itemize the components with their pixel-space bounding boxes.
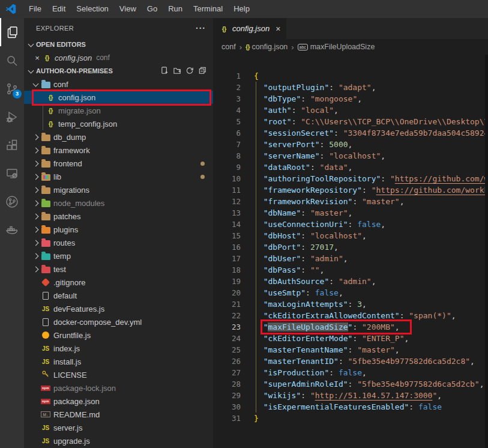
activity-source-control-icon[interactable]: 3 xyxy=(0,74,24,103)
menu-item-selection[interactable]: Selection xyxy=(71,0,113,18)
code-line[interactable]: 4 "auth": "local", xyxy=(213,104,488,116)
activity-extensions-icon[interactable] xyxy=(0,131,24,159)
collapse-all-icon[interactable] xyxy=(198,66,207,76)
link-text[interactable]: https://github.com/wo xyxy=(395,174,488,183)
chevron-spacer xyxy=(31,344,41,353)
code-line[interactable]: 11 "frameworkRepository": "https://githu… xyxy=(213,184,488,196)
open-editor-item[interactable]: × {} config.json conf xyxy=(24,51,213,64)
code-line[interactable]: 18 "dbPass": "", xyxy=(213,264,488,276)
code-line[interactable]: 30 "isExpermentialFeaturesEnabled": fals… xyxy=(213,401,488,413)
line-number: 12 xyxy=(213,196,250,207)
tree-item-migrate-json[interactable]: {}migrate.json xyxy=(24,104,213,117)
section-actions xyxy=(160,66,207,76)
code-line[interactable]: 3 "dbType": "mongoose", xyxy=(213,93,488,104)
code-line[interactable]: 23 "maxFileUploadSize": "200MB", xyxy=(213,321,488,333)
menu-item-edit[interactable]: Edit xyxy=(47,0,71,18)
code-line[interactable]: 17 "dbUser": "admin", xyxy=(213,253,488,264)
tab-config-json[interactable]: {} config.json × xyxy=(213,18,286,39)
code-line[interactable]: 28 "superAdminRoleId": "5fbe35e4b977582d… xyxy=(213,378,488,390)
activity-remote-explorer-icon[interactable] xyxy=(0,159,24,187)
activity-docker-icon[interactable] xyxy=(0,216,24,244)
editor-scrollbar[interactable] xyxy=(485,55,488,448)
tree-item-install-js[interactable]: JSinstall.js xyxy=(24,355,213,368)
code-line[interactable]: 8 "serverName": "localhost", xyxy=(213,150,488,162)
tree-item-patches[interactable]: patches xyxy=(24,210,213,223)
breadcrumb-item-config.json[interactable]: {}config.json xyxy=(246,43,288,51)
tree-item-gruntfile-js[interactable]: Gruntfile.js xyxy=(24,328,213,342)
tab-close-icon[interactable]: × xyxy=(276,24,280,34)
menu-item-help[interactable]: Help xyxy=(228,0,255,18)
tree-item-routes[interactable]: routes xyxy=(24,236,213,249)
code-line[interactable]: 31} xyxy=(213,413,488,424)
code-line[interactable]: 9 "dataRoot": "data", xyxy=(213,162,488,173)
activity-git-graph-icon[interactable] xyxy=(0,187,24,216)
code-line[interactable]: 20 "useSmtp": false, xyxy=(213,287,488,298)
code-line[interactable]: 24 "ckEditorEnterMode": "ENTER_P", xyxy=(213,333,488,344)
tree-item-license[interactable]: LICENSE xyxy=(24,368,213,381)
menu-item-go[interactable]: Go xyxy=(142,0,163,18)
tree-item-server-js[interactable]: JSserver.js xyxy=(24,421,213,434)
tree-item-migrations[interactable]: migrations xyxy=(24,183,213,196)
tree-item-node-modules[interactable]: node_modules xyxy=(24,196,213,210)
close-icon[interactable]: × xyxy=(32,53,42,62)
tree-item-plugins[interactable]: plugins xyxy=(24,223,213,236)
tree-item-conf[interactable]: conf xyxy=(24,77,213,91)
code-line[interactable]: 25 "masterTenantName": "master", xyxy=(213,344,488,356)
code-line[interactable]: 26 "masterTenantID": "5fbe35e4b977582d6c… xyxy=(213,356,488,367)
refresh-icon[interactable] xyxy=(185,66,194,76)
tree-item-framework[interactable]: framework xyxy=(24,144,213,157)
code-line[interactable]: 15 "dbHost": "localhost", xyxy=(213,230,488,241)
code-line[interactable]: 2 "outputPlugin": "adapt", xyxy=(213,82,488,93)
activity-explorer-icon[interactable] xyxy=(0,18,24,46)
code-line[interactable]: 1{ xyxy=(213,70,488,82)
line-content: "frameworkRepository": "https://github.c… xyxy=(254,184,488,196)
tree-item-index-js[interactable]: JSindex.js xyxy=(24,342,213,355)
tree-item-temp[interactable]: temp xyxy=(24,249,213,262)
tree-item-lib[interactable]: lib xyxy=(24,170,213,183)
tree-item-package-json[interactable]: npmpackage.json xyxy=(24,395,213,408)
link-text[interactable]: https://github.com/workbi xyxy=(376,186,488,195)
open-editors-header[interactable]: OPEN EDITORS xyxy=(24,38,213,51)
code-line[interactable]: 5 "root": "C:\\Users\\TCP_BCP\\OneDrive\… xyxy=(213,116,488,127)
code-line[interactable]: 14 "useConnectionUri": false, xyxy=(213,219,488,230)
code-line[interactable]: 16 "dbPort": 27017, xyxy=(213,241,488,253)
code-editor[interactable]: 1{2 "outputPlugin": "adapt",3 "dbType": … xyxy=(213,55,488,448)
code-line[interactable]: 21 "maxLoginAttempts": 3, xyxy=(213,298,488,310)
code-line[interactable]: 13 "dbName": "master", xyxy=(213,207,488,219)
tree-item-config-json[interactable]: {}config.json xyxy=(24,91,213,104)
code-line[interactable]: 7 "serverPort": 5000, xyxy=(213,139,488,150)
menu-item-terminal[interactable]: Terminal xyxy=(188,0,228,18)
code-line[interactable]: 12 "frameworkRevision": "master", xyxy=(213,196,488,207)
tree-item-upgrade-js[interactable]: JSupgrade.js xyxy=(24,434,213,447)
workspace-section-header[interactable]: AUTHOR-ON-PREMISES xyxy=(24,64,213,77)
code-line[interactable]: 22 "ckEditorExtraAllowedContent": "span(… xyxy=(213,310,488,321)
tree-item-package-lock-json[interactable]: npmpackage-lock.json xyxy=(24,381,213,395)
activity-search-icon[interactable] xyxy=(0,46,24,74)
code-line[interactable]: 10 "authoringToolRepository": "https://g… xyxy=(213,173,488,184)
breadcrumb-item-maxfileuploadsize[interactable]: abcmaxFileUploadSize xyxy=(298,43,375,51)
tree-item-readme-md[interactable]: M↓README.md xyxy=(24,408,213,421)
code-line[interactable]: 6 "sessionSecret": "3304f8734e7eda59b7da… xyxy=(213,127,488,139)
code-line[interactable]: 19 "dbAuthSource": "admin", xyxy=(213,276,488,287)
tree-item-default[interactable]: default xyxy=(24,289,213,302)
link-text[interactable]: http://51.104.57.147:3000 xyxy=(315,391,433,400)
more-actions-icon[interactable]: ··· xyxy=(196,23,206,33)
menu-item-view[interactable]: View xyxy=(114,0,142,18)
open-editors-label: OPEN EDITORS xyxy=(36,41,86,48)
tree-item--gitignore[interactable]: .gitignore xyxy=(24,276,213,289)
code-line[interactable]: 27 "isProduction": false, xyxy=(213,367,488,378)
code-line[interactable]: 29 "wikijs": "http://51.104.57.147:3000"… xyxy=(213,390,488,401)
tree-item-frontend[interactable]: frontend xyxy=(24,157,213,170)
breadcrumb-item-conf[interactable]: conf xyxy=(221,43,236,51)
line-number: 2 xyxy=(213,82,250,93)
new-file-icon[interactable] xyxy=(160,66,169,76)
menu-item-file[interactable]: File xyxy=(23,0,47,18)
activity-run-debug-icon[interactable] xyxy=(0,103,24,131)
tree-item-db-dump[interactable]: db_dump xyxy=(24,130,213,144)
tree-item-devfeatures-js[interactable]: JSdevFeatures.js xyxy=(24,302,213,315)
new-folder-icon[interactable] xyxy=(173,66,182,76)
tree-item-temp-config-json[interactable]: {}temp_config.json xyxy=(24,117,213,130)
tree-item-docker-compose-dev-yml[interactable]: docker-compose_dev.yml xyxy=(24,315,213,328)
menu-item-run[interactable]: Run xyxy=(163,0,188,18)
tree-item-test[interactable]: test xyxy=(24,262,213,276)
